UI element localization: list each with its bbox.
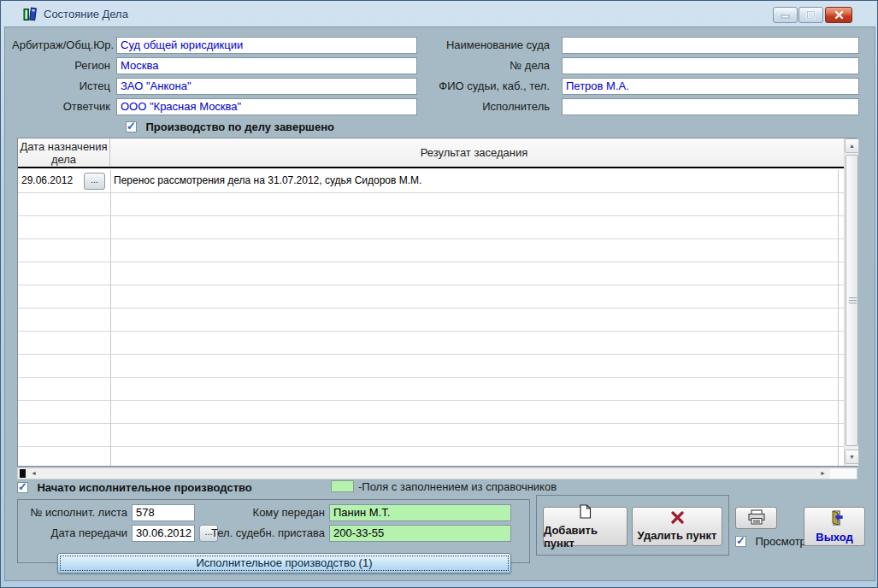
preview-checkbox[interactable]: Просмотр [735, 533, 806, 549]
plaintiff-field[interactable]: ЗАО "Анкона" [116, 78, 417, 95]
delete-item-button-label: Удалить пункт [638, 529, 717, 542]
printer-icon [747, 509, 766, 527]
table-row[interactable]: 29.06.2012 ... Перенос рассмотрения дела… [18, 170, 844, 193]
court-name-field[interactable] [562, 37, 859, 54]
minimize-button[interactable] [773, 7, 798, 23]
case-number-field[interactable] [562, 57, 859, 74]
delete-item-button[interactable]: Удалить пункт [632, 507, 722, 546]
label-transferred-to: Кому передан [205, 506, 325, 519]
scroll-down-button[interactable]: ▼ [845, 450, 859, 464]
preview-checkbox-label: Просмотр [755, 535, 805, 548]
court-type-field[interactable]: Суд общей юрисдикции [116, 37, 417, 54]
legend-label: -Поля с заполнением из справочников [358, 480, 557, 493]
execution-started-checkbox-label: Начато исполнительное производство [37, 481, 251, 494]
label-transfer-date: Дата передачи [26, 526, 127, 539]
execution-production-button[interactable]: Исполнительное производство (1) [57, 553, 511, 573]
exit-button[interactable]: Выход [804, 507, 865, 546]
case-closed-checkbox[interactable]: Производство по делу завершено [126, 119, 334, 134]
vertical-scrollbar-thumb[interactable] [846, 155, 858, 446]
transfer-date-field[interactable]: 30.06.2012 [132, 525, 195, 542]
scroll-right-button[interactable]: ► [816, 468, 829, 479]
books-icon [23, 7, 38, 25]
delete-x-icon [670, 511, 685, 526]
column-header-date[interactable]: Дата назначения дела [18, 138, 110, 167]
add-item-button[interactable]: Добавить пункт [543, 507, 628, 546]
label-executor: Исполнитель [415, 100, 550, 113]
column-divider [110, 170, 111, 466]
executor-field[interactable] [562, 98, 859, 115]
label-judge: ФИО судьи, каб., тел. [415, 79, 550, 92]
label-court-name: Наименование суда [415, 38, 550, 51]
label-writ-number: № исполнит. листа [26, 506, 127, 519]
dialog-body: Арбитраж/Общ.Юр. Суд общей юрисдикции Ре… [4, 26, 875, 581]
execution-started-checkbox-box[interactable] [17, 482, 28, 493]
scroll-up-button[interactable]: ▲ [845, 138, 859, 153]
case-closed-checkbox-box[interactable] [126, 121, 137, 132]
close-button[interactable] [825, 7, 852, 23]
label-plaintiff: Истец [12, 79, 110, 92]
transferred-to-field[interactable]: Панин М.Т. [329, 504, 511, 521]
exit-door-icon [825, 510, 844, 528]
hearing-result-cell[interactable]: Перенос рассмотрения дела на 31.07.2012,… [114, 170, 836, 191]
window-title: Состояние Дела [44, 8, 128, 21]
label-region: Регион [12, 59, 110, 72]
label-court-type: Арбитраж/Общ.Юр. [12, 38, 110, 51]
scrollbar-grip [849, 297, 857, 304]
legend-green-swatch [331, 480, 354, 492]
scroll-left-button[interactable]: ◄ [27, 468, 40, 479]
writ-number-field[interactable]: 578 [132, 504, 195, 521]
table-header: Дата назначения дела Результат заседания [18, 138, 844, 168]
hearings-table: Дата назначения дела Результат заседания… [17, 138, 857, 467]
case-status-window: Состояние Дела Арбитраж/Общ.Юр. Суд обще… [0, 0, 878, 588]
maximize-button[interactable] [798, 7, 823, 23]
titlebar: Состояние Дела [4, 3, 874, 26]
horizontal-scrollbar[interactable]: ◄ ► [17, 467, 857, 479]
defendant-field[interactable]: ООО "Красная Москва" [116, 98, 417, 115]
label-bailiff-phone: Тел. судебн. пристава [205, 526, 325, 539]
add-item-button-label: Добавить пункт [544, 524, 627, 550]
date-picker-button[interactable]: ... [84, 173, 105, 190]
column-header-result[interactable]: Результат заседания [110, 138, 838, 167]
vertical-scrollbar[interactable]: ▲ ▼ [844, 138, 858, 466]
print-button[interactable] [735, 507, 777, 529]
splitter-handle[interactable] [20, 469, 26, 478]
region-field[interactable]: Москва [116, 57, 417, 74]
case-closed-checkbox-label: Производство по делу завершено [145, 121, 334, 133]
judge-field[interactable]: Петров М.А. [562, 78, 859, 95]
label-defendant: Ответчик [12, 100, 110, 113]
exit-button-label: Выход [816, 531, 852, 544]
bailiff-phone-field[interactable]: 200-33-55 [329, 525, 511, 542]
execution-started-checkbox[interactable]: Начато исполнительное производство [17, 479, 252, 495]
document-icon [579, 504, 592, 521]
scrollbar-corner [830, 468, 857, 479]
label-case-number: № дела [415, 59, 550, 72]
preview-checkbox-box[interactable] [735, 536, 746, 547]
table-body [18, 170, 844, 466]
column-right-edge [838, 170, 839, 466]
